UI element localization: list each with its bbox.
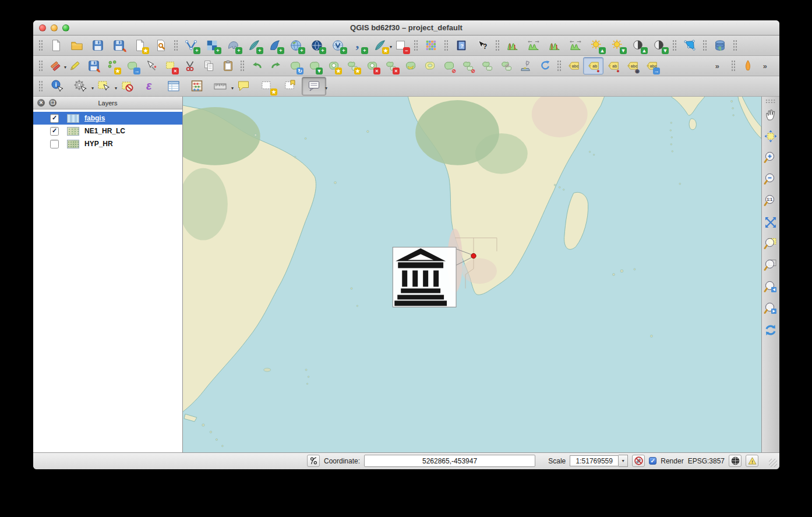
scale-combo[interactable]: 1:51769559 ▼: [570, 455, 628, 467]
merge-features-button[interactable]: [478, 58, 497, 74]
save-project-as-button[interactable]: ✎: [108, 37, 129, 54]
toolbar-overflow-button[interactable]: »: [709, 58, 729, 74]
add-wms-layer-button[interactable]: +: [285, 37, 306, 54]
local-cumulative-stretch-button[interactable]: [544, 37, 565, 54]
save-layer-edits-button[interactable]: ✎: [84, 58, 103, 74]
decrease-contrast-button[interactable]: ▼: [649, 37, 670, 54]
delete-selected-button[interactable]: ×: [161, 58, 180, 74]
layer-visibility-checkbox[interactable]: ✓: [50, 114, 59, 123]
open-attribute-table-button[interactable]: [162, 77, 185, 95]
layer-item-HYP_HR[interactable]: HYP_HR: [33, 137, 182, 150]
pin-labels-button[interactable]: ab●: [583, 57, 603, 75]
db-manager-button[interactable]: q: [709, 37, 730, 54]
identify-features-button[interactable]: i: [45, 77, 69, 95]
add-mssql-layer-button[interactable]: +: [264, 37, 285, 54]
move-feature-button[interactable]: →: [122, 58, 142, 74]
new-print-composer-button[interactable]: ★: [129, 37, 150, 54]
full-cumulative-stretch-button[interactable]: [565, 37, 586, 54]
composer-manager-button[interactable]: [150, 37, 171, 54]
add-wfs-layer-button[interactable]: +: [327, 37, 348, 54]
crs-status-button[interactable]: [729, 455, 742, 467]
show-pinned-labels-button[interactable]: ab●: [603, 58, 623, 74]
add-vector-layer-button[interactable]: +: [181, 37, 202, 54]
fill-ring-button[interactable]: [401, 58, 420, 74]
zoom-to-layer-button[interactable]: [763, 256, 779, 277]
copy-features-button[interactable]: [199, 58, 218, 74]
split-features-button[interactable]: ⊘: [439, 58, 458, 74]
add-delimited-text-layer-button[interactable]: ,+: [348, 37, 369, 54]
pan-map-button[interactable]: [763, 105, 779, 126]
field-calculator-button[interactable]: [185, 77, 209, 95]
toggle-editing-button[interactable]: [65, 58, 84, 74]
merge-attributes-button[interactable]: [497, 58, 516, 74]
layer-name[interactable]: fabgis: [84, 114, 105, 122]
paste-features-button[interactable]: [218, 58, 238, 74]
remove-layer-button[interactable]: −: [390, 37, 411, 54]
zoom-out-button[interactable]: [763, 169, 779, 191]
map-tips-button[interactable]: [232, 77, 255, 95]
add-raster-layer-button[interactable]: +: [202, 37, 223, 54]
decrease-brightness-button[interactable]: ▼: [607, 37, 628, 54]
increase-contrast-button[interactable]: ▲: [628, 37, 649, 54]
cut-features-button[interactable]: [180, 58, 199, 74]
deselect-all-button[interactable]: [115, 77, 139, 95]
layers-panel-header[interactable]: ✕ ❏ Layers: [33, 97, 182, 109]
whats-this-button[interactable]: ?: [472, 37, 493, 54]
select-by-expression-button[interactable]: ε: [139, 77, 162, 95]
topology-checker-button[interactable]: [679, 37, 700, 54]
change-label-properties-button[interactable]: abc→: [642, 58, 661, 74]
run-feature-action-button[interactable]: ▾: [69, 77, 92, 95]
zoom-full-extent-button[interactable]: [763, 213, 779, 234]
split-parts-button[interactable]: ⊘: [458, 58, 478, 74]
plugin-plume-button[interactable]: [738, 58, 757, 74]
full-histogram-stretch-button[interactable]: [523, 37, 544, 54]
delete-ring-button[interactable]: ×: [362, 58, 382, 74]
new-bookmark-button[interactable]: ★: [255, 77, 278, 95]
rotate-point-symbols-button[interactable]: [535, 58, 555, 74]
layer-visibility-checkbox[interactable]: [50, 140, 59, 148]
zoom-last-button[interactable]: [763, 277, 779, 299]
zoom-in-button[interactable]: [763, 148, 779, 169]
measure-button[interactable]: ▾: [209, 77, 232, 95]
rotate-feature-button[interactable]: ↻: [285, 58, 305, 74]
pan-to-selection-button[interactable]: [763, 126, 779, 148]
toolbar-overflow-2-button[interactable]: »: [757, 58, 776, 74]
zoom-actual-size-button[interactable]: 1:1: [763, 191, 779, 213]
increase-brightness-button[interactable]: ▲: [586, 37, 607, 54]
reshape-features-button[interactable]: [516, 58, 535, 74]
show-bookmarks-button[interactable]: [278, 77, 302, 95]
redo-button[interactable]: [266, 58, 285, 74]
layer-name[interactable]: HYP_HR: [84, 140, 113, 148]
node-tool-button[interactable]: [142, 58, 161, 74]
delete-part-button[interactable]: ×: [382, 58, 401, 74]
close-window-button[interactable]: [39, 24, 46, 31]
open-project-button[interactable]: [66, 37, 87, 54]
new-spatialite-layer-button[interactable]: ★▾: [369, 37, 390, 54]
layer-item-NE1_HR_LC[interactable]: ✓NE1_HR_LC: [33, 125, 182, 137]
toolbar-handle[interactable]: [765, 99, 776, 103]
add-part-button[interactable]: ★: [343, 58, 362, 74]
select-features-button[interactable]: ▾: [92, 77, 115, 95]
add-ring-button[interactable]: ★: [324, 58, 343, 74]
messages-button[interactable]: !: [746, 455, 758, 467]
save-project-button[interactable]: [87, 37, 108, 54]
layer-item-fabgis[interactable]: ✓fabgis: [33, 112, 182, 125]
add-postgis-layer-button[interactable]: +: [223, 37, 243, 54]
new-project-button[interactable]: [45, 37, 66, 54]
layer-name[interactable]: NE1_HR_LC: [84, 127, 125, 135]
scale-dropdown-icon[interactable]: ▼: [619, 455, 628, 467]
coordinate-input[interactable]: [364, 455, 535, 467]
extents-toggle-button[interactable]: [307, 455, 320, 467]
dropdown-arrow-icon[interactable]: ▾: [325, 86, 327, 91]
title-bar[interactable]: QGIS bd62f30 – project_default: [33, 20, 779, 36]
render-checkbox[interactable]: ✓: [649, 457, 656, 465]
layer-visibility-checkbox[interactable]: ✓: [50, 127, 59, 136]
refresh-map-button[interactable]: [763, 320, 779, 342]
offset-curve-button[interactable]: [420, 58, 439, 74]
resize-grip[interactable]: [769, 459, 777, 467]
labeling-button[interactable]: abc: [564, 58, 583, 74]
current-edits-button[interactable]: ▾: [45, 58, 65, 74]
minimize-window-button[interactable]: [51, 24, 58, 31]
undo-button[interactable]: [247, 58, 266, 74]
zoom-next-button[interactable]: [763, 299, 779, 320]
